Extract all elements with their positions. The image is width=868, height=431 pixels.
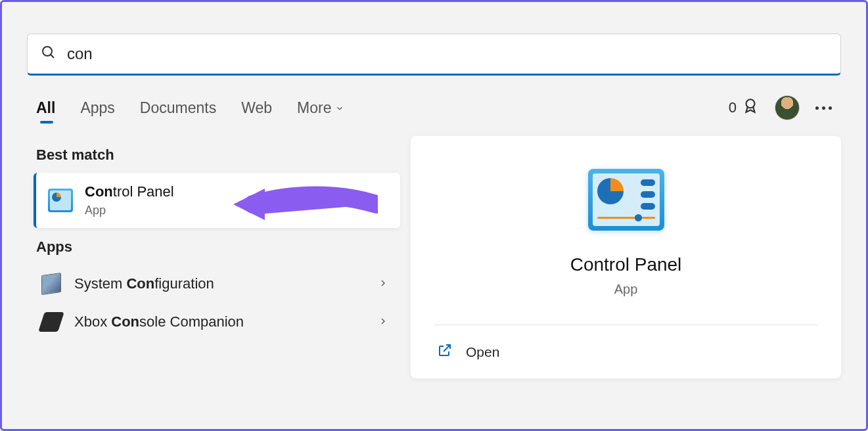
chevron-right-icon [378,313,388,330]
system-configuration-icon [41,273,61,295]
user-avatar[interactable] [775,95,800,120]
tab-apps[interactable]: Apps [80,99,114,117]
tab-documents[interactable]: Documents [140,99,216,117]
filter-tabs: All Apps Documents Web More [36,99,344,117]
preview-title: Control Panel [570,254,682,275]
chevron-down-icon [335,99,344,117]
best-match-subtitle: App [85,204,174,217]
tab-web[interactable]: Web [241,99,272,117]
open-button[interactable]: Open [434,325,817,378]
chevron-right-icon [378,275,388,292]
annotation-arrow [233,185,378,224]
search-icon [41,45,57,63]
open-label: Open [466,344,499,360]
app-result-label: Xbox Console Companion [74,313,244,330]
open-external-icon [437,342,453,361]
app-result-system-configuration[interactable]: System Configuration [34,265,400,303]
app-result-label: System Configuration [74,275,214,292]
preview-pane: Control Panel App Open [411,136,841,378]
svg-marker-3 [233,189,265,220]
filter-row: All Apps Documents Web More 0 [2,76,866,124]
medal-icon [742,97,759,118]
section-apps: Apps [34,228,400,265]
points-count: 0 [729,99,737,116]
search-input[interactable] [67,45,827,63]
tab-all[interactable]: All [36,99,55,117]
search-bar[interactable] [27,34,841,76]
control-panel-icon [48,189,73,212]
svg-line-1 [51,55,54,58]
tab-more-label: More [297,99,331,117]
tab-more[interactable]: More [297,99,344,117]
more-menu-icon[interactable] [815,106,832,110]
control-panel-icon-large [588,169,664,231]
section-best-match: Best match [34,136,400,173]
svg-point-2 [746,99,755,108]
xbox-console-icon [38,312,64,332]
rewards-points[interactable]: 0 [729,97,759,118]
svg-point-0 [43,47,52,56]
app-result-xbox-console[interactable]: Xbox Console Companion [34,303,400,341]
best-match-title: Control Panel [85,183,174,200]
preview-subtitle: App [614,282,638,297]
best-match-result[interactable]: Control Panel App [34,173,400,228]
